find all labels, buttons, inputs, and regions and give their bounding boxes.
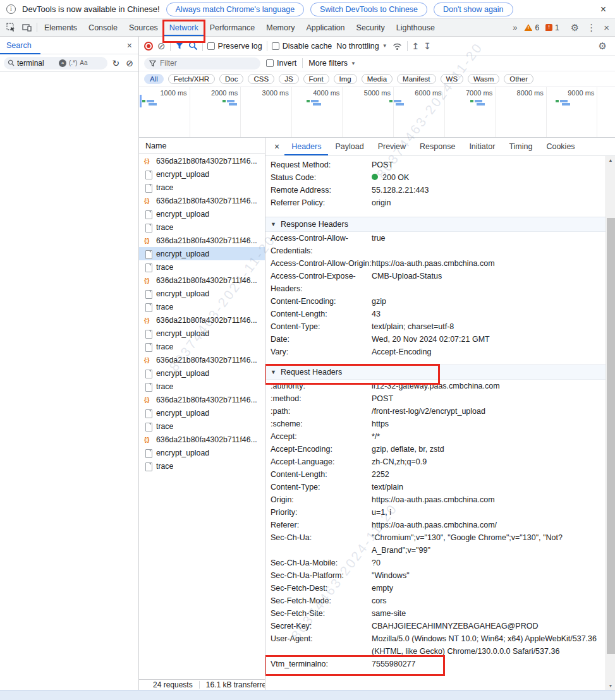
clear-network-log-icon[interactable]: ⊘ [157, 40, 166, 52]
response-headers-section-header[interactable]: ▼ Response Headers [265, 217, 606, 232]
details-tab[interactable]: Response [413, 138, 462, 155]
close-search-icon[interactable]: × [121, 40, 138, 51]
scrollbar-thumb[interactable] [607, 218, 615, 654]
scroll-up-icon[interactable]: ▲ [606, 158, 615, 162]
request-row[interactable]: 636da21b80fa4302b711f46... [139, 313, 265, 327]
network-conditions-icon[interactable] [392, 42, 403, 51]
details-tab[interactable]: Cookies [539, 138, 582, 155]
resource-filter-pill[interactable]: Font [303, 74, 329, 84]
disable-cache-checkbox[interactable]: Disable cache [272, 42, 332, 51]
resource-filter-pill[interactable]: Other [504, 74, 533, 84]
request-row[interactable]: 636da21b80fa4302b711f46... [139, 393, 265, 406]
resource-filter-pill[interactable]: Wasm [468, 74, 499, 84]
import-har-icon[interactable]: ↥ [412, 41, 420, 51]
device-toolbar-icon[interactable] [19, 19, 35, 36]
request-row[interactable]: trace [139, 260, 265, 274]
inspect-element-icon[interactable] [3, 19, 19, 36]
name-column-header[interactable]: Name [139, 138, 265, 154]
header-key: Sec-Ch-Ua-Platform: [271, 569, 372, 582]
devtools-tab[interactable]: Security [351, 19, 391, 36]
request-row[interactable]: encrypt_upload [139, 406, 265, 419]
scroll-down-icon[interactable]: ▼ [606, 684, 615, 688]
details-tab[interactable]: Preview [371, 138, 413, 155]
regex-toggle-icon[interactable]: (.*) [69, 59, 77, 66]
details-tab[interactable]: Initiator [462, 138, 502, 155]
request-row[interactable]: 636da21b80fa4302b711f46... [139, 154, 265, 167]
request-row[interactable]: encrypt_upload [139, 446, 265, 459]
notification-action-button[interactable]: Don't show again [434, 3, 513, 16]
devtools-tab[interactable]: Memory [260, 19, 300, 36]
request-headers-section-header[interactable]: ▼ Request Headers [265, 365, 606, 380]
request-row[interactable]: encrypt_upload [139, 247, 265, 260]
close-details-icon[interactable]: × [269, 142, 284, 152]
filter-input[interactable] [160, 59, 258, 68]
resource-filter-pill[interactable]: JS [279, 74, 298, 84]
resource-filter-pill[interactable]: Media [362, 74, 393, 84]
request-row[interactable]: 636da21b80fa4302b711f46... [139, 274, 265, 287]
record-icon[interactable] [144, 42, 153, 51]
preserve-log-checkbox[interactable]: Preserve log [207, 42, 262, 51]
request-row[interactable]: trace [139, 380, 265, 393]
resource-filter-pill[interactable]: All [144, 74, 164, 84]
request-row[interactable]: encrypt_upload [139, 327, 265, 340]
request-row[interactable]: trace [139, 340, 265, 353]
clear-results-icon[interactable]: ⊘ [125, 58, 135, 68]
network-search-icon[interactable] [188, 41, 198, 51]
details-tab[interactable]: Headers [284, 138, 328, 155]
warnings-counter[interactable]: 6 [521, 23, 542, 32]
details-scrollbar[interactable]: ▲ ▼ [606, 156, 615, 690]
notification-action-button[interactable]: Switch DevTools to Chinese [310, 3, 427, 16]
details-tab[interactable]: Timing [502, 138, 539, 155]
refresh-icon[interactable]: ↻ [111, 58, 121, 68]
request-row[interactable]: 636da21b80fa4302b711f46... [139, 353, 265, 366]
search-input[interactable] [17, 59, 56, 68]
devtools-tab[interactable]: Lighthouse [391, 19, 441, 36]
request-row[interactable]: trace [139, 419, 265, 433]
devtools-tab[interactable]: Console [83, 19, 123, 36]
more-filters-dropdown[interactable]: More filters ▼ [308, 59, 356, 68]
request-row[interactable]: 636da21b80fa4302b711f46... [139, 234, 265, 247]
resource-filter-pill[interactable]: CSS [248, 74, 274, 84]
network-settings-gear-icon[interactable]: ⚙ [595, 40, 610, 52]
resource-filter-pill[interactable]: Fetch/XHR [168, 74, 215, 84]
divider [202, 41, 203, 51]
export-har-icon[interactable]: ↧ [423, 41, 431, 51]
notification-action-button[interactable]: Always match Chrome's language [166, 3, 305, 16]
request-row[interactable]: 636da21b80fa4302b711f46... [139, 194, 265, 207]
resource-filter-pill[interactable]: Doc [219, 74, 243, 84]
devtools-tab[interactable]: Network [164, 19, 204, 36]
devtools-tab[interactable]: Sources [123, 19, 164, 36]
issues-counter[interactable]: 1 [543, 23, 562, 32]
close-devtools-icon[interactable]: × [600, 22, 612, 33]
request-row[interactable]: trace [139, 181, 265, 194]
devtools-tab[interactable]: Application [300, 19, 350, 36]
more-tabs-chevron-icon[interactable]: » [509, 23, 520, 32]
more-options-icon[interactable]: ⋮ [583, 22, 599, 33]
request-row[interactable]: encrypt_upload [139, 167, 265, 181]
request-row[interactable]: encrypt_upload [139, 366, 265, 380]
request-row[interactable]: trace [139, 220, 265, 234]
request-row[interactable]: encrypt_upload [139, 287, 265, 300]
header-key: Sec-Fetch-Mode: [271, 594, 372, 607]
throttling-dropdown[interactable]: No throttling ▼ [336, 42, 387, 51]
devtools-tab[interactable]: Elements [39, 19, 83, 36]
resource-filter-pill[interactable]: WS [441, 74, 464, 84]
settings-gear-icon[interactable]: ⚙ [568, 22, 582, 33]
request-row[interactable]: trace [139, 300, 265, 313]
resource-filter-pill[interactable]: Img [334, 74, 357, 84]
details-tab[interactable]: Payload [328, 138, 370, 155]
invert-checkbox[interactable]: Invert [266, 59, 296, 68]
network-overview-timeline[interactable]: 1000 ms2000 ms3000 ms4000 ms5000 ms6000 … [139, 87, 615, 138]
request-row[interactable]: 636da21b80fa4302b711f46... [139, 433, 265, 446]
header-value: 43 [372, 308, 606, 320]
resource-filter-pill[interactable]: Manifest [397, 74, 435, 84]
filter-funnel-icon[interactable] [175, 42, 184, 50]
clear-search-icon[interactable]: × [59, 59, 66, 67]
request-type-icon [144, 422, 153, 431]
request-row[interactable]: encrypt_upload [139, 207, 265, 220]
request-row[interactable]: trace [139, 459, 265, 473]
devtools-tab[interactable]: Performance [204, 19, 261, 36]
close-icon[interactable]: × [598, 4, 609, 15]
match-case-toggle-icon[interactable]: Aa [80, 59, 87, 66]
header-value: 55.128.2.21:443 [372, 184, 606, 196]
